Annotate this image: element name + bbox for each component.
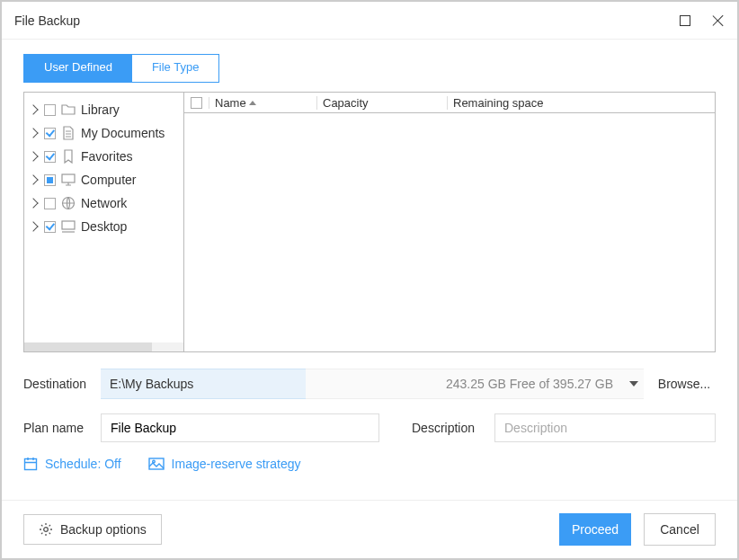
tree-item-my-documents[interactable]: My Documents [24, 121, 183, 145]
checkbox[interactable] [44, 221, 56, 233]
chevron-down-icon [629, 381, 638, 387]
list-header: Name Capacity Remaining space [184, 93, 715, 113]
destination-dropdown[interactable] [624, 369, 644, 399]
svg-rect-3 [25, 459, 37, 470]
chevron-right-icon[interactable] [28, 221, 38, 231]
tree-item-label: My Documents [81, 126, 165, 140]
options-row: Schedule: Off Image-reserve strategy [23, 457, 716, 471]
calendar-icon [23, 457, 38, 471]
network-icon [61, 196, 76, 210]
checkbox[interactable] [44, 151, 56, 163]
schedule-label: Schedule: Off [45, 457, 121, 471]
image-icon [148, 458, 165, 470]
schedule-link[interactable]: Schedule: Off [23, 457, 121, 471]
folder-icon [61, 102, 76, 117]
bookmark-icon [61, 149, 76, 164]
tree-item-label: Desktop [81, 219, 127, 234]
content-area: User Defined File Type Library My Docume… [2, 40, 737, 500]
destination-label: Destination [23, 377, 92, 391]
chevron-right-icon[interactable] [28, 128, 38, 138]
checkbox[interactable] [44, 174, 56, 186]
backup-options-button[interactable]: Backup options [23, 514, 162, 545]
checkbox[interactable] [44, 128, 56, 139]
strategy-label: Image-reserve strategy [172, 457, 301, 471]
svg-rect-0 [62, 174, 75, 182]
header-name-label: Name [215, 96, 246, 110]
cancel-button[interactable]: Cancel [644, 513, 716, 546]
tree-item-label: Favorites [81, 149, 133, 164]
browse-button[interactable]: Browse... [653, 371, 716, 396]
backup-options-label: Backup options [60, 522, 147, 537]
footer: Backup options Proceed Cancel [2, 500, 737, 558]
tree-item-label: Library [81, 102, 120, 117]
footer-actions: Proceed Cancel [559, 513, 716, 546]
list-body[interactable] [184, 113, 715, 351]
header-remaining[interactable]: Remaining space [448, 96, 715, 110]
tree-item-library[interactable]: Library [24, 98, 183, 121]
document-icon [61, 126, 76, 140]
checkbox[interactable] [44, 198, 56, 209]
header-capacity[interactable]: Capacity [317, 96, 448, 110]
plan-label: Plan name [23, 421, 92, 435]
destination-row: Destination E:\My Backups 243.25 GB Free… [23, 369, 716, 399]
desktop-icon [61, 219, 76, 234]
proceed-button[interactable]: Proceed [559, 513, 631, 546]
checkbox[interactable] [44, 104, 56, 116]
image-reserve-link[interactable]: Image-reserve strategy [148, 457, 301, 471]
tree-item-computer[interactable]: Computer [24, 168, 183, 191]
tree-item-label: Network [81, 196, 127, 210]
tree-item-network[interactable]: Network [24, 191, 183, 215]
sort-asc-icon [249, 101, 256, 105]
tree-scrollbar[interactable] [24, 342, 183, 351]
description-input[interactable] [494, 413, 716, 442]
tree-scroll-thumb[interactable] [24, 342, 152, 351]
form-area: Destination E:\My Backups 243.25 GB Free… [23, 369, 716, 471]
svg-point-5 [152, 460, 155, 463]
titlebar: File Backup [2, 2, 737, 40]
tree-item-desktop[interactable]: Desktop [24, 215, 183, 238]
window-title: File Backup [14, 13, 80, 28]
source-tree[interactable]: Library My Documents Favorites [24, 93, 184, 351]
plan-row: Plan name Description [23, 413, 716, 442]
close-icon[interactable] [712, 14, 725, 27]
chevron-right-icon[interactable] [28, 104, 38, 114]
svg-rect-2 [62, 221, 75, 229]
file-browser: Library My Documents Favorites [23, 92, 716, 352]
plan-name-input[interactable] [101, 413, 379, 442]
tree-item-label: Computer [81, 173, 136, 187]
checkbox[interactable] [191, 97, 202, 109]
tab-user-defined[interactable]: User Defined [23, 54, 132, 83]
chevron-right-icon[interactable] [28, 198, 38, 208]
svg-point-6 [44, 528, 49, 532]
tab-bar: User Defined File Type [23, 54, 716, 83]
destination-space: 243.25 GB Free of 395.27 GB [306, 369, 624, 399]
file-list: Name Capacity Remaining space [184, 93, 715, 351]
destination-path[interactable]: E:\My Backups [101, 369, 306, 399]
header-name[interactable]: Name [209, 96, 317, 110]
chevron-right-icon[interactable] [28, 174, 38, 184]
computer-icon [61, 173, 76, 187]
description-label: Description [412, 421, 485, 435]
tree-item-favorites[interactable]: Favorites [24, 145, 183, 168]
maximize-icon[interactable] [680, 15, 690, 26]
header-check[interactable] [184, 97, 209, 109]
destination-selector: E:\My Backups 243.25 GB Free of 395.27 G… [101, 369, 644, 399]
tab-file-type[interactable]: File Type [132, 54, 220, 83]
window-controls [680, 14, 725, 27]
chevron-right-icon[interactable] [28, 151, 38, 161]
gear-icon [39, 522, 53, 537]
